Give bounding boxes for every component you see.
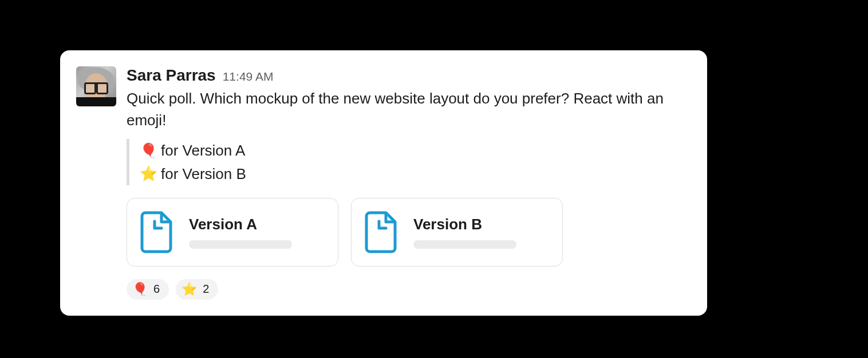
star-icon: ⭐ [140, 162, 157, 185]
attachments-row: Version A Version B [127, 198, 689, 266]
reaction-count: 2 [203, 283, 209, 296]
attachment-subtitle-placeholder [413, 240, 516, 249]
poll-option-label: for Version B [161, 162, 246, 185]
poll-options-block: 🎈 for Version A ⭐ for Version B [127, 139, 689, 185]
attachment-title: Version B [413, 216, 550, 233]
balloon-icon: 🎈 [132, 282, 148, 297]
file-icon [364, 210, 399, 254]
reactions-row: 🎈 6 ⭐ 2 [127, 279, 689, 300]
poll-option: ⭐ for Version B [140, 162, 689, 185]
message-header: Sara Parras 11:49 AM [127, 66, 689, 85]
slack-message: Sara Parras 11:49 AM Quick poll. Which m… [60, 50, 707, 316]
poll-option: 🎈 for Version A [140, 139, 689, 162]
star-icon: ⭐ [182, 282, 197, 297]
balloon-icon: 🎈 [140, 140, 157, 162]
timestamp[interactable]: 11:49 AM [223, 70, 274, 83]
author-name[interactable]: Sara Parras [127, 66, 216, 85]
reaction-balloon[interactable]: 🎈 6 [127, 279, 169, 300]
message-content: Sara Parras 11:49 AM Quick poll. Which m… [127, 66, 689, 300]
file-attachment[interactable]: Version A [127, 198, 338, 266]
attachment-subtitle-placeholder [189, 240, 292, 249]
attachment-title: Version A [189, 216, 325, 233]
reaction-star[interactable]: ⭐ 2 [176, 279, 218, 300]
message-body: Quick poll. Which mockup of the new webs… [127, 88, 689, 131]
reaction-count: 6 [153, 283, 160, 296]
attachment-meta: Version A [189, 216, 325, 249]
file-attachment[interactable]: Version B [351, 198, 563, 266]
file-icon [140, 210, 174, 254]
avatar[interactable] [76, 66, 116, 106]
attachment-meta: Version B [413, 216, 550, 249]
poll-option-label: for Version A [161, 139, 245, 162]
